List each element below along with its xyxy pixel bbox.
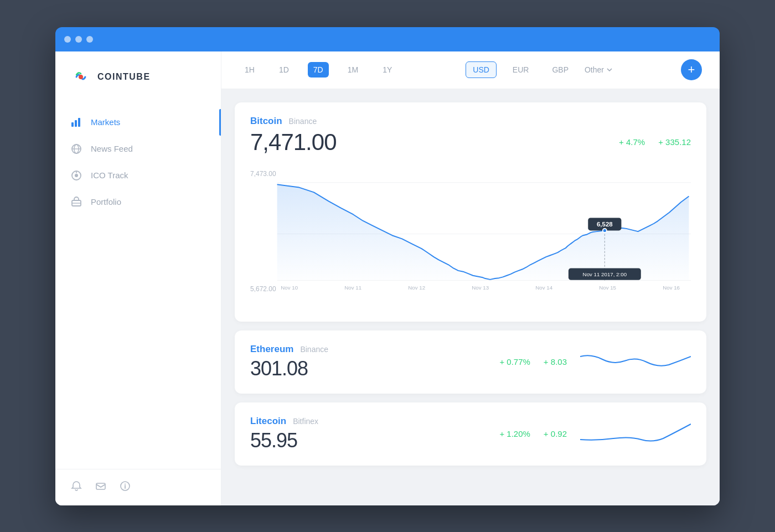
- litecoin-card: Litecoin Bitfinex 55.95 1.20% 0.92: [235, 402, 706, 466]
- bitcoin-card: Bitcoin Binance 7,471.00 4.7% 335.12 7,: [235, 102, 706, 322]
- litecoin-mini-chart: [580, 417, 691, 451]
- svg-text:Nov 15: Nov 15: [599, 284, 616, 290]
- portfolio-icon: [71, 197, 82, 208]
- litecoin-row: Litecoin Bitfinex 55.95 1.20% 0.92: [250, 416, 691, 452]
- svg-point-16: [125, 483, 126, 484]
- bitcoin-exchange: Binance: [289, 117, 317, 126]
- litecoin-name: Litecoin: [250, 416, 286, 427]
- bitcoin-changes: 4.7% 335.12: [619, 137, 691, 147]
- bitcoin-change-abs: 335.12: [658, 137, 691, 147]
- time-filter-1d[interactable]: 1D: [273, 62, 294, 78]
- bell-icon[interactable]: [71, 481, 82, 494]
- chevron-down-icon: [606, 66, 613, 73]
- ethereum-change-abs: 8.03: [544, 357, 567, 366]
- sidebar-footer: [55, 469, 221, 505]
- svg-point-1: [79, 75, 83, 79]
- sidebar-item-markets[interactable]: Markets: [55, 109, 221, 136]
- sidebar-item-portfolio-label: Portfolio: [91, 197, 121, 206]
- litecoin-price: 55.95: [250, 429, 297, 452]
- title-bar: [55, 27, 720, 51]
- bitcoin-card-header: Bitcoin Binance: [250, 116, 691, 127]
- svg-text:6,528: 6,528: [597, 221, 613, 228]
- ethereum-header: Ethereum Binance: [250, 344, 499, 355]
- y-label-high: 7,473.00: [250, 170, 281, 178]
- sidebar-item-portfolio[interactable]: Portfolio: [55, 189, 221, 215]
- app-body: COINTUBE Markets: [55, 51, 720, 505]
- ethereum-row: Ethereum Binance 301.08 0.77% 8.03: [250, 344, 691, 380]
- sidebar-item-ico-label: ICO Track: [91, 171, 128, 180]
- other-label: Other: [585, 65, 604, 74]
- svg-text:Nov 14: Nov 14: [535, 284, 552, 290]
- currency-filters: USD EUR GBP Other: [466, 61, 613, 78]
- content-area: Bitcoin Binance 7,471.00 4.7% 335.12 7,: [221, 89, 720, 505]
- litecoin-change-pct: 1.20%: [499, 429, 530, 438]
- close-button[interactable]: [64, 36, 71, 43]
- svg-rect-4: [78, 118, 80, 127]
- ethereum-right: 0.77% 8.03: [499, 345, 691, 379]
- currency-gbp[interactable]: GBP: [545, 61, 576, 78]
- svg-point-25: [603, 228, 607, 232]
- svg-rect-3: [75, 120, 77, 127]
- litecoin-left: Litecoin Bitfinex 55.95: [250, 416, 499, 452]
- sidebar-item-news-label: News Feed: [91, 144, 133, 153]
- maximize-button[interactable]: [86, 36, 93, 43]
- bitcoin-chart-svg: 6,528 Nov 11 2017, 2:00 Nov 10 Nov 11 No…: [250, 164, 691, 308]
- ethereum-left: Ethereum Binance 301.08: [250, 344, 499, 380]
- news-feed-icon: [71, 143, 82, 154]
- svg-point-9: [75, 174, 78, 177]
- svg-text:Nov 12: Nov 12: [408, 284, 425, 290]
- litecoin-right: 1.20% 0.92: [499, 417, 691, 451]
- currency-usd[interactable]: USD: [466, 61, 497, 78]
- time-filter-7d[interactable]: 7D: [308, 62, 329, 78]
- time-filter-1h[interactable]: 1H: [239, 62, 260, 78]
- svg-text:Nov 16: Nov 16: [663, 284, 680, 290]
- time-filters: 1H 1D 7D 1M 1Y: [239, 62, 397, 78]
- ethereum-card: Ethereum Binance 301.08 0.77% 8.03: [235, 330, 706, 394]
- svg-rect-2: [71, 122, 74, 127]
- mail-icon[interactable]: [95, 481, 106, 494]
- sidebar-item-ico-track[interactable]: ICO Track: [55, 162, 221, 189]
- ethereum-exchange: Binance: [300, 345, 328, 354]
- other-dropdown[interactable]: Other: [585, 65, 613, 74]
- svg-text:Nov 11 2017, 2:00: Nov 11 2017, 2:00: [583, 271, 627, 277]
- logo-text: COINTUBE: [97, 72, 151, 82]
- ethereum-price: 301.08: [250, 357, 308, 380]
- info-icon[interactable]: [120, 481, 131, 494]
- logo-icon: [71, 67, 91, 87]
- time-filter-1y[interactable]: 1Y: [377, 62, 397, 78]
- bitcoin-price-row: 7,471.00 4.7% 335.12: [250, 129, 691, 156]
- y-label-low: 5,672.00: [250, 285, 281, 293]
- ethereum-mini-chart: [580, 345, 691, 379]
- app-window: COINTUBE Markets: [55, 27, 720, 505]
- topbar: 1H 1D 7D 1M 1Y USD EUR GBP Other: [221, 51, 720, 89]
- sidebar: COINTUBE Markets: [55, 51, 221, 505]
- litecoin-change-abs: 0.92: [544, 429, 567, 438]
- sidebar-item-news-feed[interactable]: News Feed: [55, 136, 221, 162]
- svg-text:Nov 11: Nov 11: [344, 284, 361, 290]
- bitcoin-name: Bitcoin: [250, 116, 282, 127]
- traffic-lights: [64, 36, 93, 43]
- minimize-button[interactable]: [75, 36, 82, 43]
- main-content: 1H 1D 7D 1M 1Y USD EUR GBP Other: [221, 51, 720, 505]
- sidebar-nav: Markets News Feed: [55, 98, 221, 469]
- ethereum-change-pct: 0.77%: [499, 357, 530, 366]
- currency-eur[interactable]: EUR: [505, 61, 536, 78]
- markets-icon: [71, 117, 82, 128]
- sidebar-item-markets-label: Markets: [91, 117, 120, 127]
- bitcoin-price: 7,471.00: [250, 129, 337, 156]
- add-button[interactable]: +: [681, 59, 702, 80]
- logo-area: COINTUBE: [55, 51, 221, 98]
- litecoin-header: Litecoin Bitfinex: [250, 416, 499, 427]
- svg-text:Nov 13: Nov 13: [472, 284, 489, 290]
- litecoin-exchange: Bitfinex: [293, 417, 318, 426]
- bitcoin-chart[interactable]: 7,473.00 5,672.00: [250, 164, 691, 308]
- bitcoin-change-pct: 4.7%: [619, 137, 645, 147]
- ethereum-name: Ethereum: [250, 344, 293, 355]
- time-filter-1m[interactable]: 1M: [342, 62, 364, 78]
- svg-text:Nov 10: Nov 10: [281, 284, 298, 290]
- ico-track-icon: [71, 170, 82, 181]
- svg-rect-13: [96, 483, 105, 489]
